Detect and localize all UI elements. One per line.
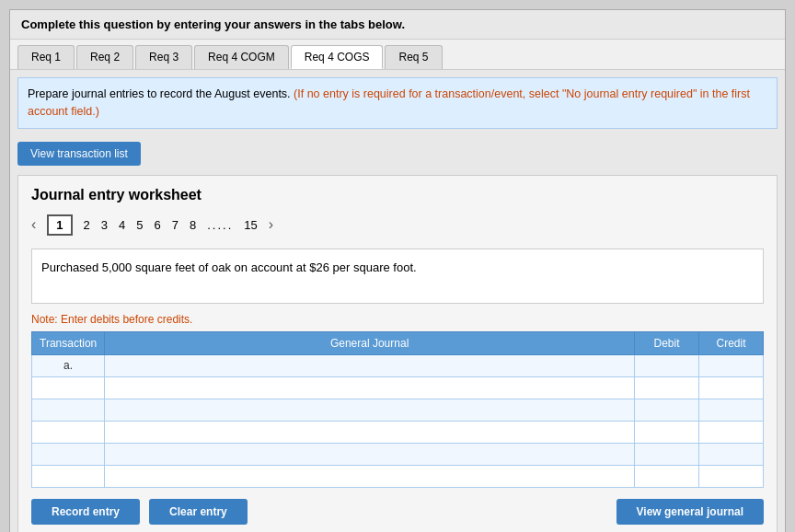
table-row: a.	[32, 354, 764, 376]
general-journal-input-1[interactable]	[105, 354, 635, 376]
credit-input-4[interactable]	[699, 421, 764, 443]
tab-req2[interactable]: Req 2	[76, 45, 133, 69]
tab-req4-cogs[interactable]: Req 4 COGS	[291, 45, 384, 69]
col-header-transaction: Transaction	[32, 331, 105, 354]
page-dots: .....	[207, 218, 233, 232]
general-journal-input-5[interactable]	[105, 443, 635, 465]
general-journal-field-5[interactable]	[109, 446, 630, 461]
page-7[interactable]: 7	[172, 218, 179, 232]
view-general-journal-button[interactable]: View general journal	[616, 499, 764, 525]
general-journal-field-2[interactable]	[109, 380, 630, 395]
debit-input-5[interactable]	[635, 443, 699, 465]
journal-table: Transaction General Journal Debit Credit…	[31, 331, 764, 488]
clear-entry-button[interactable]: Clear entry	[149, 499, 248, 525]
info-box: Prepare journal entries to record the Au…	[17, 77, 778, 129]
general-journal-input-2[interactable]	[105, 376, 635, 399]
table-row	[32, 443, 764, 465]
debit-field-5[interactable]	[639, 446, 695, 461]
prev-page-button[interactable]: ‹	[31, 216, 36, 233]
instruction-bar: Complete this question by entering your …	[10, 10, 785, 40]
debit-field-6[interactable]	[639, 468, 695, 483]
general-journal-input-4[interactable]	[105, 421, 635, 443]
general-journal-field-1[interactable]	[109, 358, 630, 373]
info-text: Prepare journal entries to record the Au…	[28, 87, 291, 100]
worksheet-title: Journal entry worksheet	[31, 187, 764, 203]
next-page-button[interactable]: ›	[269, 216, 273, 233]
transaction-label-6	[32, 465, 105, 487]
debit-input-3[interactable]	[635, 399, 699, 421]
credit-input-1[interactable]	[699, 354, 764, 376]
col-header-debit: Debit	[635, 331, 699, 354]
debit-field-2[interactable]	[639, 380, 695, 395]
debit-field-1[interactable]	[639, 358, 695, 373]
view-transaction-button[interactable]: View transaction list	[17, 142, 141, 166]
page-navigation: ‹ 1 2 3 4 5 6 7 8 ..... 15 ›	[31, 214, 764, 236]
credit-input-6[interactable]	[699, 465, 764, 487]
tab-req3[interactable]: Req 3	[135, 45, 192, 69]
table-row	[32, 465, 764, 487]
table-row	[32, 376, 764, 399]
tabs-bar: Req 1 Req 2 Req 3 Req 4 COGM Req 4 COGS …	[10, 40, 785, 70]
credit-field-3[interactable]	[703, 402, 759, 417]
general-journal-input-6[interactable]	[105, 465, 635, 487]
tab-req1[interactable]: Req 1	[17, 45, 75, 69]
debit-input-6[interactable]	[635, 465, 699, 487]
page-3[interactable]: 3	[101, 218, 108, 232]
journal-entry-worksheet: Journal entry worksheet ‹ 1 2 3 4 5 6 7 …	[17, 175, 778, 533]
debit-input-1[interactable]	[635, 354, 699, 376]
page-2[interactable]: 2	[84, 218, 90, 232]
transaction-description: Purchased 5,000 square feet of oak on ac…	[31, 249, 764, 304]
col-header-credit: Credit	[699, 331, 764, 354]
credit-field-2[interactable]	[703, 380, 759, 395]
action-buttons: Record entry Clear entry View general jo…	[31, 499, 764, 525]
transaction-label-4	[32, 421, 105, 443]
transaction-label-2	[32, 376, 105, 399]
transaction-label-5	[32, 443, 105, 465]
debit-credit-note: Note: Enter debits before credits.	[31, 313, 764, 326]
page-6[interactable]: 6	[155, 218, 161, 232]
page-4[interactable]: 4	[119, 218, 125, 232]
transaction-label-a: a.	[32, 354, 105, 376]
debit-field-4[interactable]	[639, 424, 695, 439]
credit-input-5[interactable]	[699, 443, 764, 465]
debit-input-2[interactable]	[635, 376, 699, 399]
credit-field-1[interactable]	[703, 358, 759, 373]
credit-field-6[interactable]	[703, 468, 759, 483]
col-header-general-journal: General Journal	[105, 331, 635, 354]
table-row	[32, 421, 764, 443]
general-journal-field-4[interactable]	[109, 424, 630, 439]
credit-field-4[interactable]	[703, 424, 759, 439]
page-15[interactable]: 15	[244, 218, 257, 232]
page-1[interactable]: 1	[47, 214, 72, 236]
table-row	[32, 399, 764, 421]
transaction-label-3	[32, 399, 105, 421]
page-5[interactable]: 5	[136, 218, 143, 232]
credit-input-3[interactable]	[699, 399, 764, 421]
general-journal-field-6[interactable]	[109, 468, 630, 483]
page-8[interactable]: 8	[190, 218, 196, 232]
general-journal-field-3[interactable]	[109, 402, 630, 417]
general-journal-input-3[interactable]	[105, 399, 635, 421]
tab-req5[interactable]: Req 5	[385, 45, 442, 69]
record-entry-button[interactable]: Record entry	[31, 499, 140, 525]
credit-field-5[interactable]	[703, 446, 759, 461]
tab-req4-cogm[interactable]: Req 4 COGM	[194, 45, 289, 69]
credit-input-2[interactable]	[699, 376, 764, 399]
debit-field-3[interactable]	[639, 402, 695, 417]
debit-input-4[interactable]	[635, 421, 699, 443]
